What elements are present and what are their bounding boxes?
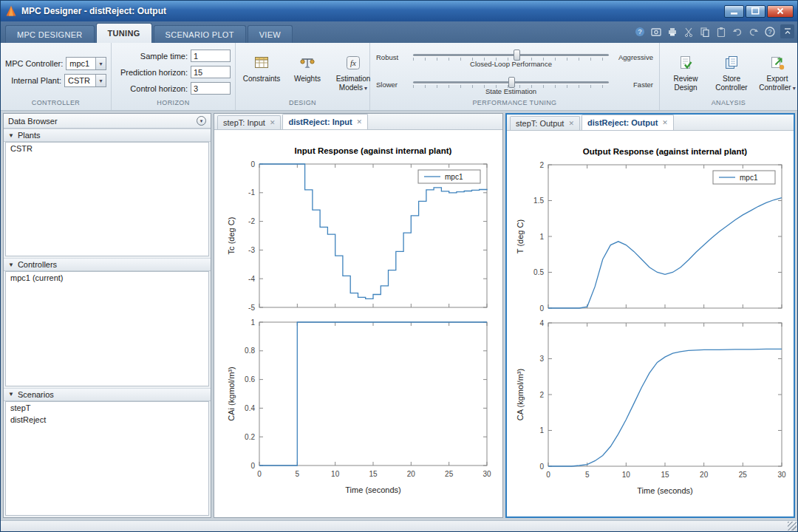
ribbon: MPC Controller: mpc1 ▾ Internal Plant: C… <box>1 43 797 111</box>
tab-stept-input[interactable]: stepT: Input ✕ <box>217 115 281 129</box>
svg-text:1: 1 <box>539 426 544 434</box>
minimize-ribbon-icon[interactable] <box>780 24 794 38</box>
resize-grip[interactable] <box>788 522 797 531</box>
data-browser-panel: Data Browser ▾ ▼ Plants CSTR ▼ Controlle… <box>3 113 211 518</box>
svg-text:3: 3 <box>539 355 544 363</box>
design-section-label: DESIGN <box>240 99 365 110</box>
weights-button[interactable]: Weights <box>286 52 329 83</box>
tab-stept-output[interactable]: stepT: Output ✕ <box>510 116 580 130</box>
scenarios-section-header[interactable]: ▼ Scenarios <box>4 388 211 401</box>
estimation-models-button[interactable]: fx Estimation Models▾ <box>332 52 375 92</box>
prediction-horizon-input[interactable] <box>191 66 231 78</box>
sample-time-input[interactable] <box>191 50 231 62</box>
minimize-button[interactable] <box>724 5 744 18</box>
svg-text:30: 30 <box>482 470 491 478</box>
review-design-icon <box>678 55 694 72</box>
chevron-down-icon: ▾ <box>95 75 106 86</box>
output-response-top-chart: 00.511.52Output Response (against intern… <box>510 140 791 316</box>
prediction-horizon-label: Prediction horizon: <box>120 68 188 77</box>
list-item-distreject[interactable]: distReject <box>6 414 208 426</box>
list-item-cstr[interactable]: CSTR <box>6 143 208 154</box>
tab-distreject-input[interactable]: distReject: Input ✕ <box>282 114 368 129</box>
plants-section-header[interactable]: ▼ Plants <box>4 129 211 142</box>
tab-mpc-designer[interactable]: MPC DESIGNER <box>5 25 95 43</box>
data-browser-menu-icon[interactable]: ▾ <box>197 116 206 126</box>
help-circle-icon[interactable]: ? <box>763 24 777 38</box>
controllers-list: mpc1 (current) <box>5 271 209 386</box>
svg-text:20: 20 <box>700 471 709 479</box>
section-controller: MPC Controller: mpc1 ▾ Internal Plant: C… <box>1 43 112 110</box>
copy-icon[interactable] <box>698 24 712 38</box>
svg-text:5: 5 <box>296 470 300 478</box>
svg-text:fx: fx <box>350 58 356 67</box>
svg-text:-2: -2 <box>248 217 255 225</box>
tab-scenario-plot[interactable]: SCENARIO PLOT <box>154 25 246 43</box>
svg-text:0: 0 <box>539 463 544 471</box>
tab-distreject-output[interactable]: distReject: Output ✕ <box>582 115 674 130</box>
svg-text:0.6: 0.6 <box>245 375 255 383</box>
weights-icon <box>299 55 316 72</box>
collapse-triangle-icon: ▼ <box>8 132 14 139</box>
snapshot-icon[interactable] <box>649 24 663 38</box>
closed-loop-performance-track[interactable] <box>413 54 609 56</box>
export-controller-button[interactable]: Export Controller▾ <box>756 52 798 92</box>
store-controller-button[interactable]: Store Controller <box>710 52 753 92</box>
svg-text:Input Response (against intern: Input Response (against internal plant) <box>295 146 452 155</box>
control-horizon-label: Control horizon: <box>130 84 188 93</box>
undo-icon[interactable] <box>730 24 744 38</box>
svg-text:15: 15 <box>369 470 378 478</box>
svg-text:4: 4 <box>539 319 544 327</box>
internal-plant-dropdown[interactable]: CSTR ▾ <box>64 74 106 87</box>
svg-text:mpc1: mpc1 <box>445 173 463 181</box>
state-estimation-handle[interactable] <box>508 77 515 88</box>
control-horizon-input[interactable] <box>191 82 231 95</box>
svg-text:CAi (kgmol/m³): CAi (kgmol/m³) <box>227 366 236 420</box>
svg-text:10: 10 <box>622 471 631 479</box>
output-doc-tabbar: stepT: Output ✕ distReject: Output ✕ <box>507 115 794 131</box>
list-item-mpc1[interactable]: mpc1 (current) <box>6 272 208 284</box>
controllers-section-header[interactable]: ▼ Controllers <box>4 258 211 271</box>
redo-icon[interactable] <box>746 24 760 38</box>
matlab-icon <box>4 4 18 18</box>
svg-text:20: 20 <box>407 470 416 478</box>
maximize-button[interactable] <box>746 5 765 18</box>
close-icon[interactable]: ✕ <box>662 119 668 126</box>
section-design: Constraints Weights fx Estimation Models… <box>236 43 370 110</box>
svg-text:0: 0 <box>257 470 262 478</box>
robust-label: Robust <box>376 53 398 61</box>
export-controller-icon <box>769 55 785 72</box>
collapse-triangle-icon: ▼ <box>8 391 14 398</box>
input-document-panel: stepT: Input ✕ distReject: Input ✕ 0-1-2… <box>214 113 503 518</box>
help-icon[interactable]: ? <box>632 24 647 38</box>
data-browser-title: Data Browser <box>8 117 197 126</box>
cut-icon[interactable] <box>681 24 695 38</box>
close-icon[interactable]: ✕ <box>357 118 363 126</box>
constraints-button[interactable]: Constraints <box>240 52 283 83</box>
ribbon-tabstrip: MPC DESIGNER TUNING SCENARIO PLOT VIEW ?… <box>1 21 797 43</box>
svg-text:0: 0 <box>250 462 255 470</box>
analysis-section-label: ANALYSIS <box>664 99 793 110</box>
svg-text:-5: -5 <box>248 304 255 312</box>
svg-text:5: 5 <box>585 471 590 479</box>
print-icon[interactable] <box>665 24 679 38</box>
list-item-stept[interactable]: stepT <box>6 402 208 414</box>
svg-text:15: 15 <box>661 471 669 479</box>
svg-text:0: 0 <box>250 160 255 168</box>
scenarios-section: ▼ Scenarios stepT distReject <box>4 388 211 517</box>
close-button[interactable] <box>767 5 794 18</box>
sample-time-label: Sample time: <box>140 52 188 61</box>
performance-tuning-section-label: PERFORMANCE TUNING <box>375 99 655 110</box>
review-design-button[interactable]: Review Design <box>664 52 707 92</box>
tab-tuning[interactable]: TUNING <box>96 23 152 43</box>
closed-loop-performance-handle[interactable] <box>514 50 520 61</box>
paste-icon[interactable] <box>714 24 728 38</box>
close-icon[interactable]: ✕ <box>568 120 574 127</box>
svg-text:-4: -4 <box>248 275 255 283</box>
controllers-section: ▼ Controllers mpc1 (current) <box>4 258 211 387</box>
close-icon[interactable]: ✕ <box>270 119 276 126</box>
tab-view[interactable]: VIEW <box>248 25 293 43</box>
mpc-controller-dropdown[interactable]: mpc1 ▾ <box>66 57 106 70</box>
input-doc-content: 0-1-2-3-4-5Input Response (against inter… <box>214 130 502 517</box>
output-document-panel: stepT: Output ✕ distReject: Output ✕ 00.… <box>505 113 795 518</box>
svg-text:25: 25 <box>739 471 748 479</box>
